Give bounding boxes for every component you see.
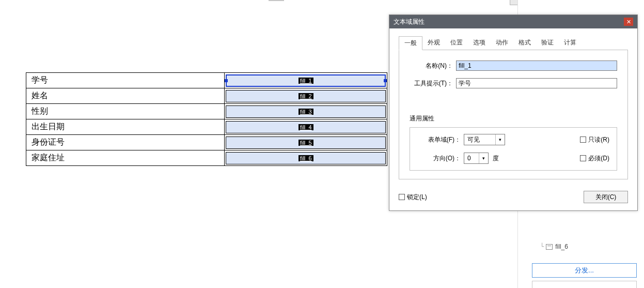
- tab-format[interactable]: 格式: [513, 36, 536, 50]
- tree-branch-icon: └: [540, 243, 544, 250]
- dialog-titlebar[interactable]: 文本域属性 ✕: [389, 15, 637, 28]
- readonly-label: 只读(R): [588, 135, 609, 144]
- form-field[interactable]: fill_1: [226, 74, 386, 87]
- tab-calculate[interactable]: 计算: [559, 36, 582, 50]
- table-row: 家庭住址fill_6: [26, 150, 387, 166]
- tab-position[interactable]: 位置: [445, 36, 468, 50]
- table-row: 出生日期fill_4: [26, 119, 387, 135]
- text-field-icon: [546, 244, 553, 250]
- distribute-button[interactable]: 分发...: [532, 263, 637, 278]
- common-properties-group: 表单域(F)： 可见 ▾ 只读(R) 方向(O)： 0 ▾: [410, 127, 617, 171]
- form-field-name: fill_4: [299, 124, 313, 130]
- tooltip-input[interactable]: [456, 78, 617, 88]
- form-field-select[interactable]: 可见 ▾: [464, 134, 505, 145]
- row-label: 姓名: [26, 88, 225, 104]
- form-field-name: fill_2: [299, 93, 313, 99]
- lock-checkbox[interactable]: 锁定(L): [399, 193, 427, 202]
- dialog-tabs: 一般 外观 位置 选项 动作 格式 验证 计算: [399, 36, 628, 50]
- table-row: 身份证号fill_5: [26, 135, 387, 150]
- form-field-name: fill_1: [299, 78, 313, 84]
- form-field[interactable]: fill_4: [226, 121, 386, 133]
- form-field-name: fill_3: [299, 109, 313, 115]
- tab-options[interactable]: 选项: [468, 36, 491, 50]
- tab-general[interactable]: 一般: [399, 36, 422, 50]
- dialog-title-text: 文本域属性: [394, 18, 425, 26]
- form-field[interactable]: fill_5: [226, 137, 386, 149]
- readonly-checkbox[interactable]: 只读(R): [580, 135, 609, 144]
- chevron-down-icon: ▾: [479, 153, 488, 163]
- tab-appearance[interactable]: 外观: [422, 36, 445, 50]
- form-field[interactable]: fill_2: [226, 90, 386, 102]
- form-field[interactable]: fill_3: [226, 105, 386, 118]
- lock-label: 锁定(L): [407, 193, 427, 202]
- form-field-name: fill_5: [299, 140, 313, 146]
- row-label: 身份证号: [26, 135, 225, 150]
- form-field-label: 表单域(F)：: [417, 135, 464, 144]
- panel-cutoff: [532, 281, 637, 288]
- text-field-properties-dialog: 文本域属性 ✕ 一般 外观 位置 选项 动作 格式 验证 计算 名称(N)： 工…: [389, 14, 638, 211]
- table-row: 姓名fill_2: [26, 88, 387, 104]
- field-tree-item[interactable]: └ fill_6: [540, 243, 568, 250]
- table-row: 学号fill_1: [26, 73, 387, 88]
- orientation-unit: 度: [493, 154, 499, 163]
- tab-validate[interactable]: 验证: [536, 36, 559, 50]
- row-field-cell: fill_2: [225, 88, 387, 104]
- checkbox-icon: [580, 137, 586, 143]
- table-row: 性别fill_3: [26, 104, 387, 119]
- form-field-name: fill_6: [299, 155, 313, 161]
- checkbox-icon: [580, 155, 586, 161]
- document-form-area: 学号fill_1姓名fill_2性别fill_3出生日期fill_4身份证号fi…: [26, 72, 387, 166]
- name-input[interactable]: [456, 60, 617, 71]
- row-field-cell: fill_5: [225, 135, 387, 150]
- row-label: 出生日期: [26, 119, 225, 135]
- row-label: 性别: [26, 104, 225, 119]
- checkbox-icon: [399, 194, 405, 200]
- row-field-cell: fill_3: [225, 104, 387, 119]
- row-field-cell: fill_1: [225, 73, 387, 88]
- orientation-select-value: 0: [464, 155, 479, 162]
- orientation-select[interactable]: 0 ▾: [464, 153, 489, 164]
- row-field-cell: fill_6: [225, 150, 387, 166]
- form-table: 学号fill_1姓名fill_2性别fill_3出生日期fill_4身份证号fi…: [26, 72, 387, 166]
- chevron-down-icon: ▾: [495, 134, 505, 145]
- required-checkbox[interactable]: 必须(D): [580, 154, 609, 163]
- form-field[interactable]: fill_6: [226, 152, 386, 164]
- row-label: 家庭住址: [26, 150, 225, 166]
- dialog-footer: 锁定(L) 关闭(C): [389, 186, 637, 210]
- orientation-label: 方向(O)：: [417, 154, 464, 163]
- required-label: 必须(D): [588, 154, 609, 163]
- common-properties-title: 通用属性: [410, 114, 617, 123]
- row-label: 学号: [26, 73, 225, 88]
- form-field-select-value: 可见: [464, 135, 495, 144]
- tab-actions[interactable]: 动作: [491, 36, 513, 50]
- close-button[interactable]: 关闭(C): [584, 191, 628, 203]
- general-panel: 名称(N)： 工具提示(T)： 通用属性 表单域(F)： 可见 ▾: [399, 50, 628, 179]
- field-tree-item-label: fill_6: [555, 243, 568, 250]
- row-field-cell: fill_4: [225, 119, 387, 135]
- close-icon[interactable]: ✕: [624, 18, 633, 26]
- name-label: 名称(N)：: [410, 62, 456, 70]
- tooltip-label: 工具提示(T)：: [410, 79, 456, 88]
